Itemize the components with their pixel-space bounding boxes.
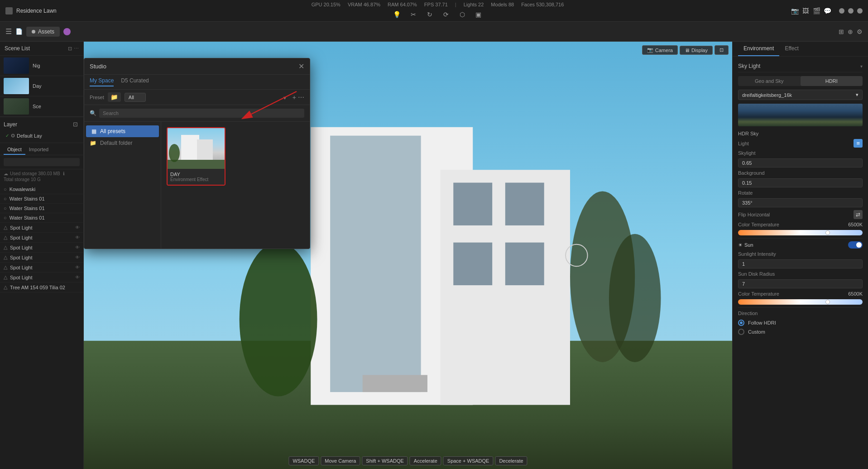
list-item[interactable]: △ Tree AM 154 059 Tilia 02 xyxy=(0,282,83,292)
visibility-icon[interactable]: 👁 xyxy=(75,235,80,240)
list-item[interactable]: △ Spot Light 👁 xyxy=(0,233,83,243)
skylight-label: Skylight xyxy=(738,150,756,156)
sun-color-temp-slider[interactable] xyxy=(738,299,863,305)
close-btn[interactable] xyxy=(857,8,863,14)
light-toggle-btn[interactable]: ≡ xyxy=(854,139,863,148)
chat-icon[interactable]: 💬 xyxy=(823,7,832,14)
visibility-icon[interactable]: 👁 xyxy=(75,255,80,260)
studio-close-button[interactable]: ✕ xyxy=(298,62,304,71)
layer-label: Default Lay xyxy=(17,133,42,139)
list-item[interactable]: △ Spot Light 👁 xyxy=(0,273,83,282)
direction-label: Direction xyxy=(738,311,863,316)
viewport[interactable]: 📷 Camera 🖥 Display ⊡ Studio ✕ My Space D… xyxy=(84,42,732,469)
geo-hdri-toggle: Geo and Sky HDRI xyxy=(738,76,863,86)
sunlight-intensity-value[interactable]: 1 xyxy=(738,259,863,268)
tab-my-space[interactable]: My Space xyxy=(90,77,114,86)
sky-light-arrow[interactable]: ▾ xyxy=(860,64,863,69)
scene-more-icon[interactable]: ⋯ xyxy=(74,46,79,52)
hdri-dropdown[interactable]: dreifaltigkeitsberg_16k ▾ xyxy=(738,90,863,100)
export-icon[interactable]: ⬡ xyxy=(458,11,467,18)
list-item[interactable]: △ Spot Light 👁 xyxy=(0,263,83,273)
preset-thumb-day xyxy=(168,128,225,169)
mode-button[interactable]: ⊡ xyxy=(715,45,729,55)
tab-imported[interactable]: Imported xyxy=(25,145,52,155)
fps-stat: FPS 37.71 xyxy=(424,2,448,7)
list-item[interactable]: △ Spot Light 👁 xyxy=(0,243,83,253)
visibility-icon[interactable]: 👁 xyxy=(75,245,80,250)
obj-name: Kowalewski xyxy=(10,187,80,192)
main-layout: Scene List ⊡ ⋯ Nig Day Sce Layer xyxy=(0,42,868,469)
obj-name: Spot Light xyxy=(10,225,72,230)
scene-expand-icon[interactable]: ⊡ xyxy=(68,46,72,52)
layer-item-default[interactable]: ✓ ⊙ Default Lay xyxy=(4,131,80,140)
filter-select[interactable]: All xyxy=(125,93,146,102)
minimize-btn[interactable] xyxy=(839,8,844,14)
more-options-button[interactable]: ⋯ xyxy=(298,94,304,101)
list-item[interactable]: △ Spot Light 👁 xyxy=(0,223,83,233)
storage-used-label: Used storage 380.03 MB xyxy=(10,171,60,176)
nav-icon-3[interactable]: ⚙ xyxy=(857,28,863,35)
grid-icon[interactable]: ▣ xyxy=(474,11,483,18)
hdri-btn[interactable]: HDRI xyxy=(801,76,863,86)
radio-custom[interactable]: Custom xyxy=(738,329,863,335)
scene-item-day[interactable]: Day xyxy=(0,76,83,96)
nav-default-folder[interactable]: 📁 Default folder xyxy=(84,137,161,149)
hamburger-icon[interactable]: ☰ xyxy=(5,27,12,36)
scene-item-sce[interactable]: Sce xyxy=(0,96,83,117)
visibility-icon[interactable]: 👁 xyxy=(75,275,80,280)
new-icon[interactable]: 📄 xyxy=(15,28,23,35)
layer-expand-icon[interactable]: ⊡ xyxy=(71,120,80,129)
app-title-area: Residence Lawn xyxy=(0,7,91,14)
visibility-icon[interactable]: 👁 xyxy=(75,225,80,230)
svg-rect-15 xyxy=(197,139,213,160)
reset-icon[interactable]: ⟳ xyxy=(441,11,451,18)
background-value[interactable]: 0.15 xyxy=(738,178,863,187)
user-avatar[interactable] xyxy=(63,28,71,35)
add-preset-button[interactable]: + xyxy=(293,94,296,101)
video-icon[interactable]: 🎬 xyxy=(812,7,821,14)
studio-content: ▦ All presets 📁 Default folder xyxy=(84,122,310,249)
rotate-value[interactable]: 335° xyxy=(738,198,863,207)
rotate-icon[interactable]: ↻ xyxy=(425,11,434,18)
camera-button[interactable]: 📷 Camera xyxy=(642,45,678,55)
preset-type-day: Environment Effect xyxy=(170,177,222,182)
skylight-value[interactable]: 0.65 xyxy=(738,158,863,168)
list-item[interactable]: ○ Kowalewski xyxy=(0,185,83,194)
visibility-icon[interactable]: 👁 xyxy=(75,265,80,270)
sun-toggle[interactable] xyxy=(848,241,863,249)
gpu-stat: GPU 20.15% xyxy=(312,2,340,7)
preset-card-day[interactable]: DAY Environment Effect xyxy=(167,127,225,186)
list-item[interactable]: ○ Water Stains 01 xyxy=(0,204,83,213)
object-search-input[interactable] xyxy=(4,158,80,166)
scene-item-night[interactable]: Nig xyxy=(0,56,83,76)
nav-all-presets[interactable]: ▦ All presets xyxy=(86,125,159,137)
geo-sky-btn[interactable]: Geo and Sky xyxy=(738,76,801,86)
studio-search-input[interactable] xyxy=(99,109,304,118)
tab-environment[interactable]: Environment xyxy=(738,42,779,56)
list-item[interactable]: ○ Water Stains 01 xyxy=(0,213,83,223)
tab-d5-curated[interactable]: D5 Curated xyxy=(121,77,149,86)
light-icon[interactable]: 💡 xyxy=(393,11,402,18)
cam-icon[interactable]: 📷 xyxy=(790,7,799,14)
tab-effect[interactable]: Effect xyxy=(779,42,804,56)
color-temp-slider[interactable] xyxy=(738,230,863,235)
list-item[interactable]: △ Spot Light 👁 xyxy=(0,253,83,263)
search-icon: 🔍 xyxy=(90,110,96,116)
list-item[interactable]: ○ Water Stains 01 xyxy=(0,194,83,204)
right-panel-tabs: Environment Effect xyxy=(733,42,868,57)
cursor-icon[interactable]: ✂ xyxy=(409,11,418,18)
assets-button[interactable]: Assets xyxy=(26,27,60,37)
display-button[interactable]: 🖥 Display xyxy=(680,46,713,55)
radio-follow-hdri[interactable]: Follow HDRI xyxy=(738,320,863,326)
new-folder-button[interactable]: 📁 xyxy=(108,92,121,102)
flip-horizontal-toggle[interactable]: ⇄ xyxy=(854,210,863,219)
sun-color-temp-handle xyxy=(825,300,830,304)
obj-icon: △ xyxy=(4,274,7,280)
tab-object[interactable]: Object xyxy=(4,145,25,155)
shortcut-bar: WSADQE Move Camera Shift + WSADQE Accele… xyxy=(288,456,527,465)
sun-disk-value[interactable]: 7 xyxy=(738,279,863,288)
nav-icon-1[interactable]: ⊞ xyxy=(839,28,844,35)
maximize-btn[interactable] xyxy=(848,8,854,14)
screenshot-icon[interactable]: 🖼 xyxy=(801,7,810,14)
nav-icon-2[interactable]: ⊕ xyxy=(848,28,853,35)
